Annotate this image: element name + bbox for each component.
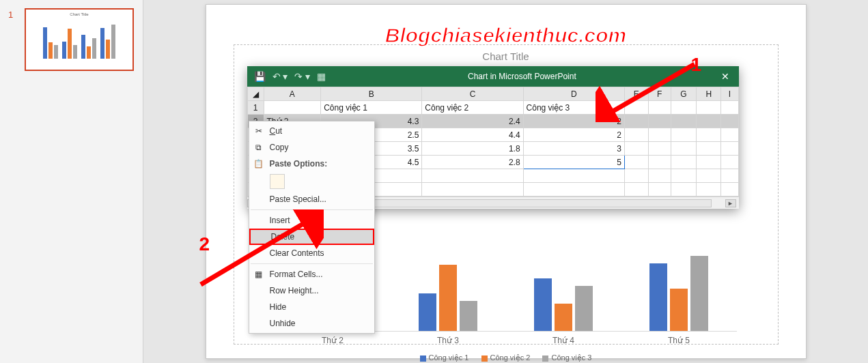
legend-item: Công việc 2 xyxy=(481,353,531,362)
cell[interactable] xyxy=(264,101,321,115)
cell[interactable] xyxy=(624,183,648,197)
menu-separator xyxy=(251,263,373,264)
paste-option-icon[interactable] xyxy=(270,174,285,189)
redo-icon[interactable]: ↷ ▾ xyxy=(294,71,310,82)
col-header[interactable]: E xyxy=(624,87,648,101)
cell[interactable]: 3 xyxy=(523,142,624,156)
col-header[interactable]: B xyxy=(321,87,422,101)
cell[interactable] xyxy=(648,128,671,142)
table-row[interactable]: 1 Công việc 1 Công việc 2 Công việc 3 xyxy=(247,101,738,115)
cell[interactable] xyxy=(523,183,624,197)
menu-format-cells[interactable]: ▦Format Cells... xyxy=(249,266,374,282)
menu-paste-special[interactable]: Paste Special... xyxy=(249,191,374,207)
row-header[interactable]: 1 xyxy=(247,101,264,115)
slide-thumbnail-panel: 1 Chart Title xyxy=(0,0,143,363)
col-header[interactable]: A xyxy=(264,87,321,101)
cell[interactable]: Công việc 2 xyxy=(422,101,523,115)
slide-canvas[interactable]: Blogchiasekienthuc.com Chart Title Thứ 2… xyxy=(206,4,807,359)
thumbnail-chart-title: Chart Title xyxy=(29,12,130,16)
cell[interactable] xyxy=(624,142,648,156)
cell[interactable] xyxy=(648,115,671,128)
slide-editor-area: Blogchiasekienthuc.com Chart Title Thứ 2… xyxy=(143,0,868,363)
slide-thumbnail-1[interactable]: Chart Title xyxy=(25,8,134,71)
cell[interactable] xyxy=(721,142,738,156)
cell[interactable]: 5 xyxy=(523,156,624,169)
menu-hide[interactable]: Hide xyxy=(249,299,374,315)
save-icon[interactable]: 💾 xyxy=(254,71,266,82)
cell[interactable] xyxy=(624,115,648,128)
cat-label: Thứ 2 xyxy=(322,336,344,345)
cell[interactable] xyxy=(624,128,648,142)
cell[interactable] xyxy=(721,169,738,183)
cell[interactable] xyxy=(671,128,696,142)
cell[interactable]: 2 xyxy=(523,115,624,128)
cell[interactable] xyxy=(721,115,738,128)
cell[interactable] xyxy=(671,156,696,169)
cell[interactable] xyxy=(671,169,696,183)
cell[interactable] xyxy=(697,156,721,169)
menu-insert[interactable]: Insert xyxy=(249,212,374,229)
context-menu: ✂Cut ⧉Copy 📋Paste Options: Paste Special… xyxy=(249,121,375,334)
cell[interactable] xyxy=(697,169,721,183)
col-header[interactable]: H xyxy=(697,87,721,101)
col-header[interactable]: C xyxy=(422,87,523,101)
category-axis-labels: Thứ 2 Thứ 3 Thứ 4 Thứ 5 xyxy=(275,332,737,345)
close-icon[interactable]: ✕ xyxy=(712,71,739,82)
watermark-text: Blogchiasekienthuc.com xyxy=(385,24,626,47)
menu-row-height[interactable]: Row Height... xyxy=(249,282,374,299)
cell[interactable] xyxy=(671,142,696,156)
select-all-cell[interactable]: ◢ xyxy=(247,87,264,101)
cell[interactable] xyxy=(624,169,648,183)
cell[interactable] xyxy=(648,101,671,115)
cell[interactable] xyxy=(624,101,648,115)
col-header[interactable]: D xyxy=(523,87,624,101)
cell[interactable] xyxy=(671,115,696,128)
cell[interactable] xyxy=(721,183,738,197)
cell[interactable] xyxy=(721,128,738,142)
cell[interactable]: 4.4 xyxy=(422,128,523,142)
cell[interactable] xyxy=(721,156,738,169)
cell[interactable] xyxy=(624,156,648,169)
thumbnail-number: 1 xyxy=(8,10,13,20)
cell[interactable] xyxy=(648,169,671,183)
cell[interactable] xyxy=(697,128,721,142)
cell[interactable]: 1.8 xyxy=(422,142,523,156)
cell[interactable] xyxy=(697,142,721,156)
cell[interactable] xyxy=(648,156,671,169)
bar-group-3 xyxy=(534,278,593,331)
cell[interactable] xyxy=(697,115,721,128)
menu-delete[interactable]: Delete xyxy=(249,229,374,245)
undo-icon[interactable]: ↶ ▾ xyxy=(272,71,288,82)
paste-option-buttons xyxy=(249,172,374,191)
col-header[interactable]: F xyxy=(648,87,671,101)
datasheet-titlebar[interactable]: 💾 ↶ ▾ ↷ ▾ ▦ Chart in Microsoft PowerPoin… xyxy=(247,66,739,87)
cell[interactable] xyxy=(422,169,523,183)
cat-label: Thứ 3 xyxy=(437,336,459,345)
menu-copy[interactable]: ⧉Copy xyxy=(249,139,374,156)
cell[interactable] xyxy=(697,183,721,197)
col-header[interactable]: I xyxy=(721,87,738,101)
chart-legend: Công việc 1 Công việc 2 Công việc 3 xyxy=(275,345,737,362)
cell[interactable] xyxy=(671,183,696,197)
cell[interactable] xyxy=(671,101,696,115)
cell[interactable] xyxy=(422,183,523,197)
cell[interactable] xyxy=(523,169,624,183)
menu-clear-contents[interactable]: Clear Contents xyxy=(249,245,374,261)
annotation-badge-2: 2 xyxy=(199,233,210,255)
grid-icon[interactable]: ▦ xyxy=(317,71,326,82)
col-header[interactable]: G xyxy=(671,87,696,101)
cell[interactable]: 2 xyxy=(523,128,624,142)
scroll-right-icon[interactable]: ► xyxy=(725,199,736,207)
cell[interactable] xyxy=(648,142,671,156)
cell[interactable]: Công việc 3 xyxy=(523,101,624,115)
cell[interactable] xyxy=(697,101,721,115)
cell[interactable]: 2.4 xyxy=(422,115,523,128)
cat-label: Thứ 5 xyxy=(668,336,690,345)
cell[interactable] xyxy=(721,101,738,115)
cat-label: Thứ 4 xyxy=(552,336,574,345)
cell[interactable]: Công việc 1 xyxy=(321,101,422,115)
cell[interactable]: 2.8 xyxy=(422,156,523,169)
menu-cut[interactable]: ✂Cut xyxy=(249,123,374,139)
menu-unhide[interactable]: Unhide xyxy=(249,315,374,332)
cell[interactable] xyxy=(648,183,671,197)
